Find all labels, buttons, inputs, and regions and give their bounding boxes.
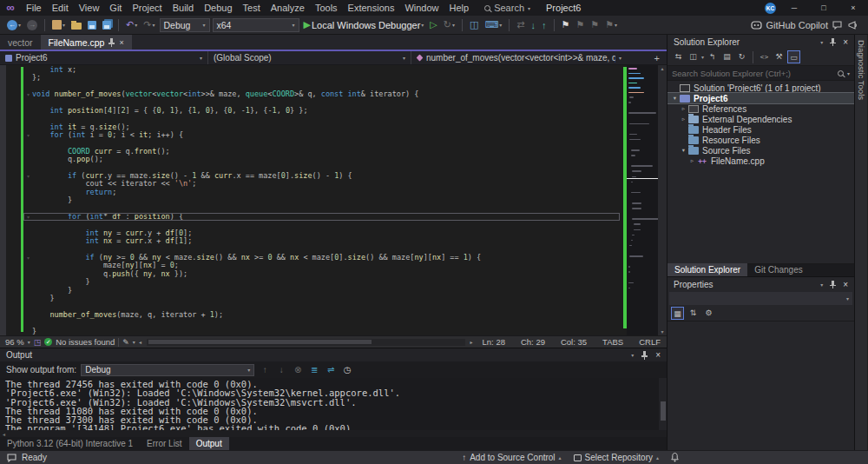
code-line[interactable]: } xyxy=(0,328,621,335)
pin-icon[interactable] xyxy=(641,351,648,359)
column-indicator[interactable]: Col: 35 xyxy=(555,337,593,347)
zoom-level-dropdown[interactable]: 96 % xyxy=(5,337,24,347)
member-dropdown[interactable]: number_of_moves(vector<vector<int>>& maz… xyxy=(411,51,627,64)
save-button[interactable] xyxy=(86,21,98,30)
refresh-icon[interactable]: ↻ xyxy=(735,50,748,63)
chevron-down-icon[interactable]: ▾ xyxy=(28,339,30,345)
minimize-button[interactable]: ─ xyxy=(783,0,806,16)
solution-explorer-search[interactable]: ▾ xyxy=(667,66,854,81)
show-all-files-icon[interactable]: ▤ xyxy=(720,50,733,63)
solution-configuration-dropdown[interactable]: Debug▾ xyxy=(160,18,210,32)
menu-git[interactable]: Git xyxy=(104,0,127,16)
scroll-left-icon[interactable]: ◂ xyxy=(139,339,141,345)
autoscroll-icon[interactable]: ⇌ xyxy=(325,365,337,375)
scrollbar-thumb[interactable] xyxy=(148,340,372,344)
code-line[interactable]: } xyxy=(0,196,621,204)
fold-arrow-icon[interactable]: ▿ xyxy=(24,213,32,221)
menu-project[interactable]: Project xyxy=(127,0,167,16)
output-log[interactable]: The thread 27456 has exited with code 0 … xyxy=(0,378,667,430)
editor-vertical-scrollbar[interactable]: ▴ ▾ xyxy=(658,65,667,335)
tabs-indicator[interactable]: TABS xyxy=(596,337,629,347)
categorized-icon[interactable]: ▦ xyxy=(671,307,684,320)
menu-file[interactable]: File xyxy=(21,0,47,16)
alphabetical-icon[interactable]: ⇅ xyxy=(687,307,700,320)
code-line[interactable]: number_of_moves(maze, q, iterator + 1); xyxy=(0,311,621,319)
pending-changes-filter-icon[interactable]: ◫ xyxy=(687,50,700,63)
fold-arrow-icon[interactable]: ▿ xyxy=(24,90,32,98)
code-line[interactable]: } xyxy=(0,287,621,295)
window-menu-icon[interactable]: ▾ xyxy=(631,352,634,358)
chevron-down-icon[interactable]: ▾ xyxy=(701,54,704,60)
step-over-button[interactable]: ↑ xyxy=(540,20,549,30)
panel-tab-python-3-12-64-bit-interactive-1[interactable]: Python 3.12 (64-bit) Interactive 1 xyxy=(0,437,140,450)
minimap[interactable] xyxy=(627,65,658,335)
code-line[interactable]: ▿ for (int i = 0; i < it; i++) { xyxy=(0,131,621,139)
notifications-bell-icon[interactable] xyxy=(671,453,679,462)
project-dropdown[interactable]: Project6 ▾ xyxy=(0,51,208,64)
previous-message-icon[interactable]: ↑ xyxy=(259,365,271,375)
scroll-right-icon[interactable]: ▸ xyxy=(470,339,473,345)
maximize-button[interactable]: □ xyxy=(812,0,835,16)
start-without-debugging-button[interactable]: ▷ xyxy=(428,19,438,30)
undo-button[interactable]: ↶▾ xyxy=(124,19,139,30)
tree-item-filename-cpp[interactable]: ▹++FileName.cpp xyxy=(667,156,854,166)
open-file-button[interactable] xyxy=(69,21,83,30)
line-indicator[interactable]: Ln: 28 xyxy=(477,337,511,347)
code-line[interactable]: }; xyxy=(0,74,621,82)
fold-arrow-icon[interactable]: ▿ xyxy=(24,131,32,139)
code-line[interactable]: q.push({ ny, nx }); xyxy=(0,270,621,278)
window-menu-icon[interactable]: ▾ xyxy=(820,282,823,288)
tree-item-resource-files[interactable]: Resource Files xyxy=(667,135,854,145)
scroll-left-icon[interactable]: ◂ xyxy=(0,431,8,437)
redo-button[interactable]: ↷▾ xyxy=(141,19,156,30)
properties-wrench-icon[interactable]: ⚒ xyxy=(773,50,786,63)
editor-horizontal-scrollbar[interactable] xyxy=(147,339,465,346)
output-horizontal-scrollbar[interactable]: ◂ xyxy=(0,430,667,437)
clear-all-icon[interactable]: ⊗ xyxy=(292,365,304,375)
scroll-up-icon[interactable]: ▴ xyxy=(661,65,663,72)
code-line[interactable]: q.pop(); xyxy=(0,156,621,163)
switch-views-icon[interactable]: ⇆ xyxy=(672,50,685,63)
panel-tab-output[interactable]: Output xyxy=(189,437,229,450)
collapsed-arrow-icon[interactable]: ▹ xyxy=(680,116,687,123)
next-bookmark-button[interactable]: ⚑ xyxy=(589,19,601,30)
code-line[interactable]: int x; xyxy=(0,66,621,74)
start-debugging-button[interactable]: ▶ Local Windows Debugger ▾ xyxy=(302,19,426,30)
search-input[interactable] xyxy=(672,69,834,78)
navigate-forward-button[interactable]: → xyxy=(25,20,39,30)
hot-reload-button[interactable]: ↻▾ xyxy=(442,19,457,30)
tree-item-project6[interactable]: ▾Project6 xyxy=(667,93,854,103)
code-cleanup-icon[interactable]: ✎ xyxy=(122,338,129,347)
close-icon[interactable]: × xyxy=(843,37,848,47)
fold-arrow-icon[interactable]: ▿ xyxy=(24,254,32,262)
pin-icon[interactable] xyxy=(830,281,836,288)
tree-item-external-dependencies[interactable]: ▹External Dependencies xyxy=(667,114,854,124)
panel-tab-solution-explorer[interactable]: Solution Explorer xyxy=(667,263,747,276)
menu-test[interactable]: Test xyxy=(238,0,266,16)
chevron-down-icon[interactable]: ▾ xyxy=(133,339,135,345)
view-code-icon[interactable]: <> xyxy=(758,50,771,63)
collapsed-arrow-icon[interactable]: ▹ xyxy=(688,157,696,164)
panel-tab-error-list[interactable]: Error List xyxy=(140,437,189,450)
collapsed-arrow-icon[interactable]: ▹ xyxy=(680,105,687,112)
property-pages-icon[interactable]: ⚙ xyxy=(702,307,715,320)
add-to-source-control-button[interactable]: ↑ Add to Source Control ▴ xyxy=(462,453,561,462)
new-project-button[interactable]: ▾ xyxy=(50,20,67,30)
github-copilot-button[interactable]: GitHub Copilot xyxy=(751,20,828,30)
toggle-bookmark-button[interactable]: ⚑ xyxy=(560,19,572,30)
menu-edit[interactable]: Edit xyxy=(47,0,74,16)
solution-platform-dropdown[interactable]: x64▾ xyxy=(213,18,299,32)
code-line[interactable]: } xyxy=(0,278,621,286)
tree-item-solution-project6-1-of-1-project[interactable]: Solution 'Project6' (1 of 1 project) xyxy=(667,83,854,93)
collapse-all-icon[interactable]: ↰ xyxy=(706,50,719,63)
code-line[interactable]: ▿void number_of_moves(vector<vector<int>… xyxy=(0,90,621,98)
diagnostic-tools-vertical-tab[interactable]: Diagnostic Tools xyxy=(857,40,866,100)
close-icon[interactable]: × xyxy=(843,280,848,289)
search-box[interactable]: Search ▾ xyxy=(484,3,530,13)
scrollbar-thumb[interactable] xyxy=(661,401,666,421)
expanded-arrow-icon[interactable]: ▾ xyxy=(680,147,687,154)
editor-tab-vector[interactable]: vector xyxy=(0,35,41,50)
menu-help[interactable]: Help xyxy=(444,0,475,16)
tree-item-source-files[interactable]: ▾Source Files xyxy=(667,145,854,156)
menu-analyze[interactable]: Analyze xyxy=(266,0,310,16)
